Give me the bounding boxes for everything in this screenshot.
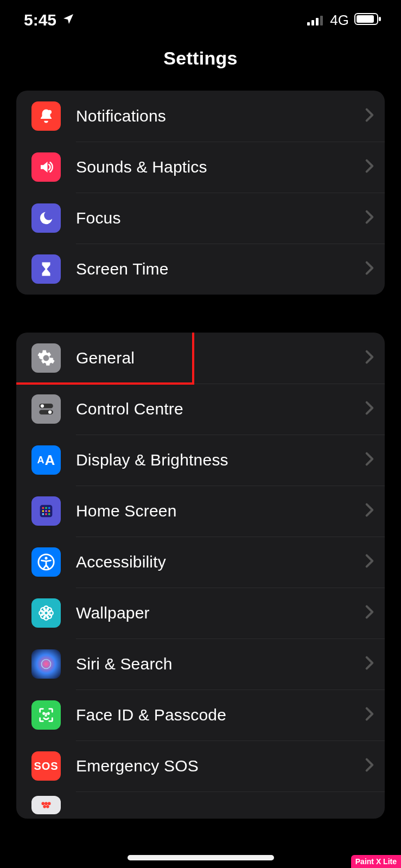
- row-label: Siri & Search: [76, 655, 365, 673]
- row-display[interactable]: AA Display & Brightness: [16, 435, 385, 486]
- chevron-right-icon: [365, 210, 374, 226]
- settings-content: Notifications Sounds & Haptics Focus Scr…: [0, 91, 401, 819]
- siri-icon: [31, 649, 61, 679]
- svg-point-7: [48, 110, 52, 114]
- chevron-right-icon: [365, 452, 374, 468]
- svg-point-36: [42, 802, 45, 805]
- chevron-right-icon: [365, 350, 374, 366]
- row-label: Accessibility: [76, 553, 365, 571]
- chevron-right-icon: [365, 758, 374, 774]
- svg-rect-0: [307, 22, 310, 25]
- chevron-right-icon: [365, 707, 374, 723]
- row-sos[interactable]: SOS Emergency SOS: [16, 741, 385, 792]
- svg-point-18: [48, 510, 50, 512]
- hourglass-icon: [31, 254, 61, 284]
- row-accessibility[interactable]: Accessibility: [16, 537, 385, 588]
- svg-rect-3: [320, 16, 323, 25]
- bell-icon: [31, 101, 61, 131]
- settings-group-2: General Control Centre AA Display & Brig…: [16, 333, 385, 819]
- watermark: Paint X Lite: [351, 855, 401, 868]
- svg-rect-6: [379, 17, 381, 21]
- svg-point-40: [46, 805, 49, 808]
- row-focus[interactable]: Focus: [16, 193, 385, 244]
- svg-point-9: [41, 404, 44, 407]
- svg-rect-5: [357, 15, 374, 23]
- svg-point-15: [48, 507, 50, 509]
- svg-point-16: [42, 510, 44, 512]
- svg-point-37: [44, 802, 48, 805]
- row-label: Home Screen: [76, 502, 365, 520]
- row-label: Notifications: [76, 107, 365, 125]
- grid-icon: [31, 496, 61, 526]
- status-time: 5:45: [24, 11, 56, 29]
- row-faceid[interactable]: Face ID & Passcode: [16, 690, 385, 741]
- exposure-icon: [31, 796, 61, 814]
- row-label: Focus: [76, 209, 365, 227]
- chevron-right-icon: [365, 605, 374, 621]
- status-left: 5:45: [24, 11, 75, 29]
- gear-icon: [31, 343, 61, 373]
- row-sounds[interactable]: Sounds & Haptics: [16, 142, 385, 193]
- row-exposure[interactable]: [16, 792, 385, 819]
- battery-icon: [354, 11, 381, 29]
- row-wallpaper[interactable]: Wallpaper: [16, 588, 385, 639]
- status-right: 4G: [307, 11, 381, 29]
- chevron-right-icon: [365, 261, 374, 277]
- toggles-icon: [31, 394, 61, 424]
- aa-icon: AA: [31, 445, 61, 475]
- status-bar: 5:45 4G: [0, 0, 401, 35]
- row-siri[interactable]: Siri & Search: [16, 639, 385, 690]
- flower-icon: [31, 598, 61, 628]
- svg-point-11: [48, 411, 52, 414]
- chevron-right-icon: [365, 401, 374, 417]
- faceid-icon: [31, 700, 61, 730]
- row-general[interactable]: General: [16, 333, 385, 384]
- svg-point-23: [44, 557, 47, 559]
- row-screentime[interactable]: Screen Time: [16, 244, 385, 295]
- svg-point-14: [45, 507, 47, 509]
- row-label: Control Centre: [76, 400, 365, 418]
- row-notifications[interactable]: Notifications: [16, 91, 385, 142]
- header: Settings: [0, 35, 401, 91]
- row-label: Emergency SOS: [76, 757, 365, 775]
- network-label: 4G: [330, 12, 349, 29]
- svg-point-13: [42, 507, 44, 509]
- chevron-right-icon: [365, 503, 374, 519]
- accessibility-icon: [31, 547, 61, 577]
- chevron-right-icon: [365, 108, 374, 124]
- svg-point-21: [48, 513, 50, 515]
- chevron-right-icon: [365, 656, 374, 672]
- page-title: Settings: [0, 48, 401, 69]
- svg-point-19: [42, 513, 44, 515]
- svg-point-35: [48, 713, 49, 714]
- svg-point-34: [43, 713, 44, 714]
- row-label: Screen Time: [76, 260, 365, 278]
- sos-icon: SOS: [31, 751, 61, 781]
- svg-point-38: [48, 802, 51, 805]
- home-indicator[interactable]: [128, 855, 274, 860]
- chevron-right-icon: [365, 554, 374, 570]
- speaker-icon: [31, 152, 61, 182]
- moon-icon: [31, 203, 61, 233]
- row-label: Sounds & Haptics: [76, 158, 365, 176]
- row-label: Display & Brightness: [76, 451, 365, 469]
- row-homescreen[interactable]: Home Screen: [16, 486, 385, 537]
- svg-point-39: [43, 805, 46, 808]
- svg-rect-1: [311, 20, 314, 25]
- svg-rect-2: [316, 18, 319, 25]
- location-icon: [62, 11, 75, 29]
- row-controlcentre[interactable]: Control Centre: [16, 384, 385, 435]
- row-label: General: [76, 349, 365, 367]
- row-label: Face ID & Passcode: [76, 706, 365, 724]
- svg-point-33: [42, 660, 51, 669]
- settings-group-1: Notifications Sounds & Haptics Focus Scr…: [16, 91, 385, 295]
- cellular-signal-icon: [307, 11, 324, 29]
- row-label: Wallpaper: [76, 604, 365, 622]
- chevron-right-icon: [365, 159, 374, 175]
- svg-point-17: [45, 510, 47, 512]
- svg-point-20: [45, 513, 47, 515]
